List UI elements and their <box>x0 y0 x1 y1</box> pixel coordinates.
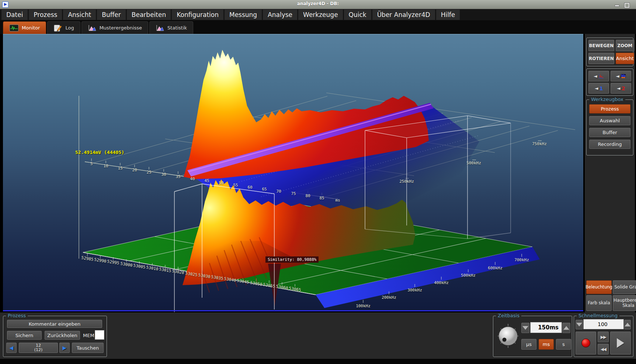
lower-freq-tick: 100kHz <box>356 304 371 308</box>
prev-buffer-button[interactable]: ◀ <box>6 343 17 353</box>
knob-indicator-dot <box>503 338 507 342</box>
upper-time-tick: 25 <box>146 170 151 175</box>
upper-time-tick: 35 <box>175 174 180 179</box>
upper-time-tick: 15 <box>118 166 122 171</box>
upper-time-tick: 85 <box>319 196 324 200</box>
zurueckholen-button[interactable]: Zurückholen <box>45 331 80 340</box>
werkzeug-buffer-button[interactable]: Buffer <box>589 128 630 137</box>
tab-musterergebnisse[interactable]: Musterergebnisse <box>81 21 148 34</box>
upper-time-tick: 60 <box>247 185 252 190</box>
hauptbereich-skala-button[interactable]: Hauptbereich Skala <box>613 295 636 311</box>
cursor-icon: ◄ <box>594 73 597 79</box>
play-button[interactable] <box>610 332 631 354</box>
menu-quick[interactable]: Quick <box>344 10 371 20</box>
mem-checkbox[interactable] <box>95 330 104 340</box>
timebase-decrease-button[interactable] <box>521 323 529 333</box>
werkzeug-prozess-button[interactable]: Prozess <box>589 104 630 113</box>
zoom-button[interactable]: ZOOM <box>616 40 634 51</box>
buffer-counter: 12 (12) <box>19 343 58 353</box>
timebase-value-field[interactable]: 150ms <box>530 322 562 333</box>
view-2-button[interactable]: ◄ 2 <box>611 83 631 94</box>
arrow-left-icon: ◀ <box>10 345 14 351</box>
upper-freq-tick: 500kHz <box>466 161 481 165</box>
maximize-button[interactable] <box>623 3 629 7</box>
tab-statistik[interactable]: Statistik <box>149 21 193 34</box>
werkzeug-auswahl-button[interactable]: Auswahl <box>589 116 630 125</box>
menu-hilfe[interactable]: Hilfe <box>436 10 460 20</box>
count-increase-button[interactable] <box>624 320 631 329</box>
upper-time-unit: ms <box>335 198 340 203</box>
unit-s-button[interactable]: s <box>556 339 571 350</box>
tab-monitor[interactable]: Monitor <box>3 21 46 34</box>
menu-werkzeuge[interactable]: Werkzeuge <box>298 10 343 20</box>
cursor-icon: ◄ <box>616 73 619 79</box>
cursor-value-label: 52.4914mV (44405) <box>75 150 124 155</box>
timebase-knob[interactable] <box>496 323 520 348</box>
menu-messung[interactable]: Messung <box>225 10 262 20</box>
tab-label: Monitor <box>22 25 40 31</box>
tab-label: Log <box>65 25 74 31</box>
menu-konfiguration[interactable]: Konfiguration <box>172 10 223 20</box>
kommentar-eingeben-button[interactable]: Kommentar eingeben <box>7 320 102 328</box>
menu-bearbeiten[interactable]: Bearbeiten <box>127 10 171 20</box>
tab-label: Musterergebnisse <box>100 25 142 31</box>
next-buffer-button[interactable]: ▶ <box>59 343 70 353</box>
fast-forward-button[interactable]: ▶▶ <box>598 332 609 342</box>
view-mode-group: BEWEGEN ZOOM ROTIEREN Ansicht <box>586 38 633 66</box>
beleuchtung-button[interactable]: Beleuchtung <box>586 280 612 294</box>
waterfall-surfaces <box>3 35 583 312</box>
menu-datei[interactable]: Datei <box>1 10 28 20</box>
schnellmessung-group: Schnellmessung 100 ▶▶ ◀◀ <box>574 316 633 357</box>
display-options-group: Beleuchtung Solide Grafik Farb skala Hau… <box>586 280 633 311</box>
lower-freq-tick: 500kHz <box>461 273 476 278</box>
view-preset-group: ◄ ◄ ◄ 1 ◄ <box>586 69 633 96</box>
results-chart-icon <box>88 24 97 32</box>
record-icon <box>581 339 590 347</box>
menu-analyse[interactable]: Analyse <box>263 10 297 20</box>
solide-grafik-button[interactable]: Solide Grafik <box>613 280 636 294</box>
timebase-increase-button[interactable] <box>562 323 570 333</box>
upper-time-tick: 20 <box>132 168 137 172</box>
zeitbasis-group: Zeitbasis 150ms µs ms s <box>493 316 572 357</box>
werkzeug-recording-button[interactable]: Recording <box>589 140 630 149</box>
arrow-right-icon: ▶ <box>63 345 67 351</box>
menu-prozess[interactable]: Prozess <box>29 10 62 20</box>
lower-freq-tick: 700kHz <box>514 258 529 262</box>
cursor-icon: ◄ <box>595 85 598 91</box>
schnellmessung-group-title: Schnellmessung <box>577 313 619 319</box>
one-icon: 1 <box>599 85 603 91</box>
tauschen-button[interactable]: Tauschen <box>72 343 104 353</box>
record-button[interactable] <box>576 332 596 354</box>
farb-skala-button[interactable]: Farb skala <box>586 295 612 311</box>
minimize-button[interactable] <box>614 3 620 7</box>
plot-3d-view[interactable]: 5 10 15 20 25 30 35 40 45 50 55 60 65 70… <box>3 34 583 311</box>
rotieren-button[interactable]: ROTIEREN <box>588 53 614 64</box>
menu-ansicht[interactable]: Ansicht <box>63 10 96 20</box>
upper-time-tick: 55 <box>233 183 238 188</box>
monitor-icon <box>9 24 19 32</box>
upper-time-tick: 75 <box>291 191 296 196</box>
view-spectrogram-button[interactable]: ◄ <box>611 71 631 81</box>
bewegen-button[interactable]: BEWEGEN <box>588 40 614 51</box>
play-icon <box>617 338 624 348</box>
count-decrease-button[interactable] <box>576 320 583 329</box>
view-1-button[interactable]: ◄ 1 <box>588 83 609 94</box>
window-title: analyzer4D - DB: <box>0 1 636 6</box>
lower-freq-tick: 400kHz <box>434 280 449 285</box>
upper-time-tick: 45 <box>204 178 209 183</box>
upper-time-tick: 50 <box>219 181 223 185</box>
zeitbasis-group-title: Zeitbasis <box>496 313 521 319</box>
unit-us-button[interactable]: µs <box>521 339 536 350</box>
ansicht-button[interactable]: Ansicht <box>616 53 634 64</box>
sichern-button[interactable]: Sichern <box>7 331 42 340</box>
menu-buffer[interactable]: Buffer <box>97 10 126 20</box>
rewind-button[interactable]: ◀◀ <box>598 344 609 354</box>
cursor-icon: ◄ <box>617 85 621 91</box>
tab-log[interactable]: Log <box>47 21 80 34</box>
bottom-control-bar: Prozess Kommentar eingeben Sichern Zurüc… <box>0 312 636 359</box>
menu-ueber-analyzer4d[interactable]: Über Analyzer4D <box>372 10 435 20</box>
similarity-tooltip: Similarity: 80,9888% <box>265 256 319 263</box>
view-curve-button[interactable]: ◄ <box>588 71 609 81</box>
unit-ms-button[interactable]: ms <box>539 339 554 350</box>
measure-count-field[interactable]: 100 <box>583 319 624 329</box>
